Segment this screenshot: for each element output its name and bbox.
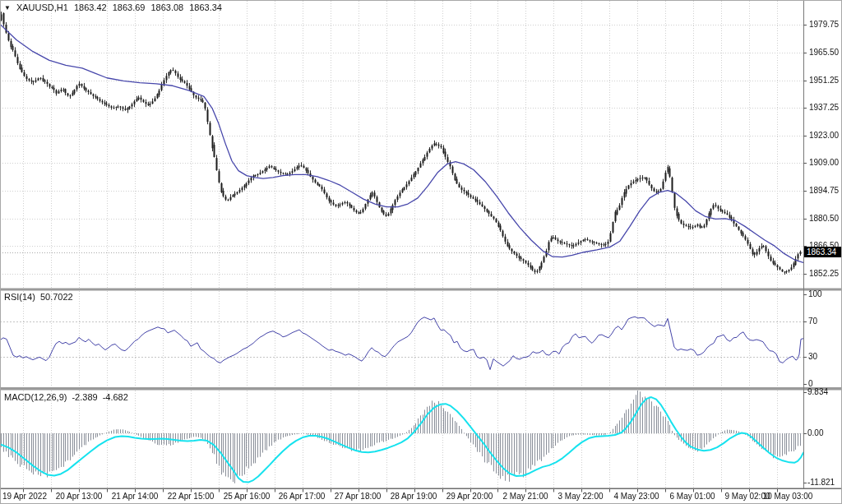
trading-chart-window: ▼ XAUUSD,H1 1863.42 1863.69 1863.08 1863… <box>0 0 842 504</box>
chart-canvas[interactable] <box>0 0 842 504</box>
symbol-dropdown-icon[interactable]: ▼ <box>4 3 11 12</box>
